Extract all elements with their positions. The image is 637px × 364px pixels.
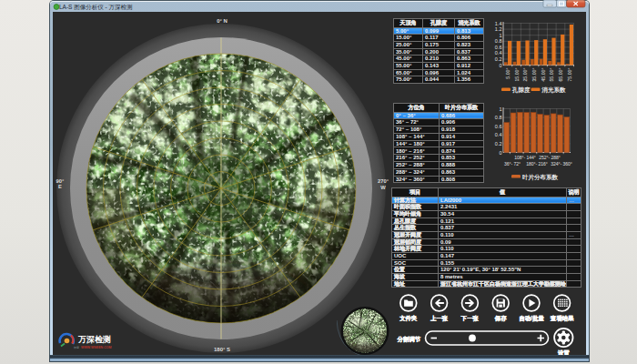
- svg-text:25.00°: 25.00°: [522, 68, 528, 82]
- svg-text:设置: 设置: [557, 349, 570, 356]
- svg-text:分割调节: 分割调节: [397, 336, 421, 343]
- svg-text:查看结果: 查看结果: [550, 315, 574, 322]
- svg-text:0.8: 0.8: [495, 38, 502, 44]
- svg-text:0.2: 0.2: [495, 56, 502, 62]
- svg-text:0.6: 0.6: [495, 45, 502, 50]
- svg-text:15.00°: 15.00°: [514, 68, 520, 82]
- svg-text:消光系数: 消光系数: [541, 86, 567, 94]
- svg-text:上一张: 上一张: [430, 315, 449, 322]
- svg-text:孔隙度: 孔隙度: [511, 86, 531, 94]
- svg-text:0.2: 0.2: [495, 141, 502, 147]
- svg-text:0.4: 0.4: [495, 50, 502, 56]
- svg-text:1: 1: [499, 33, 501, 38]
- svg-text:文件夹: 文件夹: [399, 315, 418, 321]
- svg-text:108°- 144°: 108°- 144°: [514, 155, 536, 160]
- svg-text:1: 1: [499, 106, 501, 112]
- svg-text:0.4: 0.4: [495, 132, 502, 137]
- svg-text:0: 0: [499, 63, 501, 68]
- svg-text:保存: 保存: [494, 315, 507, 322]
- svg-text:0.6: 0.6: [495, 124, 502, 129]
- svg-text:1.4: 1.4: [495, 21, 502, 26]
- svg-text:自动/批量: 自动/批量: [519, 315, 544, 322]
- svg-text:0.8: 0.8: [495, 115, 502, 120]
- svg-text:下一张: 下一张: [460, 315, 480, 322]
- svg-text:75.00°: 75.00°: [567, 68, 572, 82]
- svg-text:欣深: 欣深: [74, 346, 79, 349]
- svg-text:45.00°: 45.00°: [541, 68, 546, 82]
- svg-text:5.00°: 5.00°: [505, 68, 511, 79]
- svg-text:36°- 72°: 36°- 72°: [504, 161, 521, 167]
- svg-text:65.00°: 65.00°: [558, 68, 563, 82]
- svg-text:252°- 288°: 252°- 288°: [539, 155, 561, 160]
- svg-text:324°- 360°: 324°- 360°: [551, 161, 572, 167]
- svg-text:叶片分布系数: 叶片分布系数: [522, 174, 559, 181]
- svg-text:WWW.WSEEN.COM: WWW.WSEEN.COM: [81, 346, 112, 349]
- svg-text:1.2: 1.2: [495, 26, 502, 32]
- svg-text:180°- 216°: 180°- 216°: [526, 161, 548, 167]
- svg-text:55.00°: 55.00°: [549, 68, 554, 82]
- svg-text:0: 0: [499, 150, 501, 156]
- svg-text:35.00°: 35.00°: [531, 68, 537, 82]
- svg-text:万深检测: 万深检测: [77, 335, 111, 344]
